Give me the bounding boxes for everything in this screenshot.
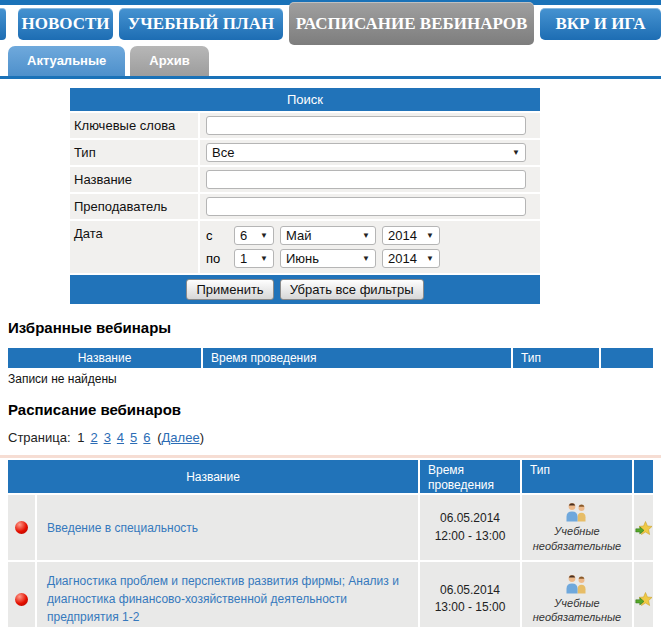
chevron-down-icon: ▼ <box>426 254 434 263</box>
tab-underline <box>0 76 661 79</box>
date-from-day-select[interactable]: 6 ▼ <box>234 226 274 245</box>
current-page: 1 <box>77 430 84 445</box>
date-to-row: по 1 ▼ Июнь ▼ 2014 ▼ <box>206 249 526 268</box>
status-red-dot-icon <box>15 593 28 606</box>
people-pair-icon <box>564 502 590 522</box>
favorites-col-actions <box>601 348 653 368</box>
add-to-favorites-star-icon[interactable] <box>635 591 652 607</box>
webinar-type-label: Учебные необязательные <box>522 524 632 553</box>
webinar-link[interactable]: Диагностика проблем и перспектив развити… <box>47 572 418 626</box>
people-pair-icon <box>564 574 590 594</box>
page-link-3[interactable]: 3 <box>104 430 111 445</box>
teacher-input[interactable] <box>206 197 526 216</box>
next-page-link[interactable]: Далее <box>162 430 200 445</box>
keywords-input[interactable] <box>206 116 526 135</box>
favorites-col-name: Название <box>8 348 201 368</box>
search-form: Поиск Ключевые слова Тип Все ▼ Название … <box>70 88 540 304</box>
webinar-link[interactable]: Введение в специальность <box>47 519 198 537</box>
date-label: Дата <box>70 221 198 273</box>
name-input[interactable] <box>206 170 526 189</box>
webinar-date: 06.05.2014 <box>440 510 500 527</box>
favorites-table: Название Время проведения Тип <box>8 348 653 368</box>
type-select-value: Все <box>212 145 234 160</box>
keywords-label: Ключевые слова <box>70 113 198 138</box>
search-row-type: Тип Все ▼ <box>70 140 540 165</box>
status-red-dot-icon <box>15 521 28 534</box>
nav-item-partial[interactable] <box>0 8 6 40</box>
webinar-date: 06.05.2014 <box>440 582 500 599</box>
chevron-down-icon: ▼ <box>362 231 370 240</box>
table-row: Введение в специальность 06.05.2014 12:0… <box>8 495 653 560</box>
search-row-date: Дата с 6 ▼ Май ▼ 2014 ▼ по <box>70 221 540 273</box>
subtab-bar: Актуальные Архив <box>8 46 661 76</box>
search-row-name: Название <box>70 167 540 192</box>
schedule-col-actions <box>634 460 653 493</box>
apply-button[interactable]: Применить <box>186 279 273 300</box>
schedule-col-type: Тип <box>522 460 632 493</box>
webinar-type-label: Учебные необязательные <box>522 596 632 625</box>
chevron-down-icon: ▼ <box>260 231 268 240</box>
search-form-footer: Применить Убрать все фильтры <box>70 275 540 304</box>
favorites-empty-message: Записи не найдены <box>8 372 661 386</box>
date-from-row: с 6 ▼ Май ▼ 2014 ▼ <box>206 226 526 245</box>
main-navigation: НОВОСТИ УЧЕБНЫЙ ПЛАН РАСПИСАНИЕ ВЕБИНАРО… <box>0 5 661 46</box>
schedule-col-name: Название <box>8 460 418 493</box>
table-top-accent <box>0 455 661 458</box>
date-to-label: по <box>206 251 234 266</box>
nav-item-study-plan[interactable]: УЧЕБНЫЙ ПЛАН <box>119 8 283 40</box>
date-from-month-select[interactable]: Май ▼ <box>280 226 376 245</box>
search-row-keywords: Ключевые слова <box>70 113 540 138</box>
date-to-year-select[interactable]: 2014 ▼ <box>382 249 440 268</box>
nav-item-webinar-schedule-active[interactable]: РАСПИСАНИЕ ВЕБИНАРОВ <box>289 2 534 45</box>
clear-filters-button[interactable]: Убрать все фильтры <box>280 279 424 300</box>
date-to-day-select[interactable]: 1 ▼ <box>234 249 274 268</box>
favorites-heading: Избранные вебинары <box>8 319 661 336</box>
type-label: Тип <box>70 140 198 165</box>
date-from-year-select[interactable]: 2014 ▼ <box>382 226 440 245</box>
add-to-favorites-star-icon[interactable] <box>635 520 652 536</box>
table-row: Диагностика проблем и перспектив развити… <box>8 562 653 627</box>
favorites-col-time: Время проведения <box>203 348 511 368</box>
teacher-label: Преподаватель <box>70 194 198 219</box>
page-link-4[interactable]: 4 <box>117 430 124 445</box>
nav-item-vkr-iga[interactable]: ВКР И ИГА <box>540 8 661 40</box>
page-link-5[interactable]: 5 <box>130 430 137 445</box>
chevron-down-icon: ▼ <box>426 231 434 240</box>
schedule-table: Название Время проведения Тип Введение в… <box>8 460 653 627</box>
schedule-col-time: Время проведения <box>420 460 520 493</box>
chevron-down-icon: ▼ <box>260 254 268 263</box>
search-form-title: Поиск <box>70 88 540 111</box>
tab-actual[interactable]: Актуальные <box>8 46 125 76</box>
name-label: Название <box>70 167 198 192</box>
type-select[interactable]: Все ▼ <box>206 143 526 162</box>
date-to-month-select[interactable]: Июнь ▼ <box>280 249 376 268</box>
tab-archive[interactable]: Архив <box>130 46 208 76</box>
page-link-6[interactable]: 6 <box>143 430 150 445</box>
webinar-time: 13:00 - 15:00 <box>435 599 506 616</box>
schedule-heading: Расписание вебинаров <box>8 401 661 418</box>
chevron-down-icon: ▼ <box>362 254 370 263</box>
webinar-time: 12:00 - 13:00 <box>435 528 506 545</box>
date-from-label: с <box>206 228 234 243</box>
search-row-teacher: Преподаватель <box>70 194 540 219</box>
favorites-col-type: Тип <box>513 348 599 368</box>
page-link-2[interactable]: 2 <box>90 430 97 445</box>
page-label: Страница: <box>8 430 71 445</box>
nav-item-news[interactable]: НОВОСТИ <box>18 8 113 40</box>
pagination: Страница: 123456 (Далее) <box>8 430 661 445</box>
chevron-down-icon: ▼ <box>512 148 520 157</box>
